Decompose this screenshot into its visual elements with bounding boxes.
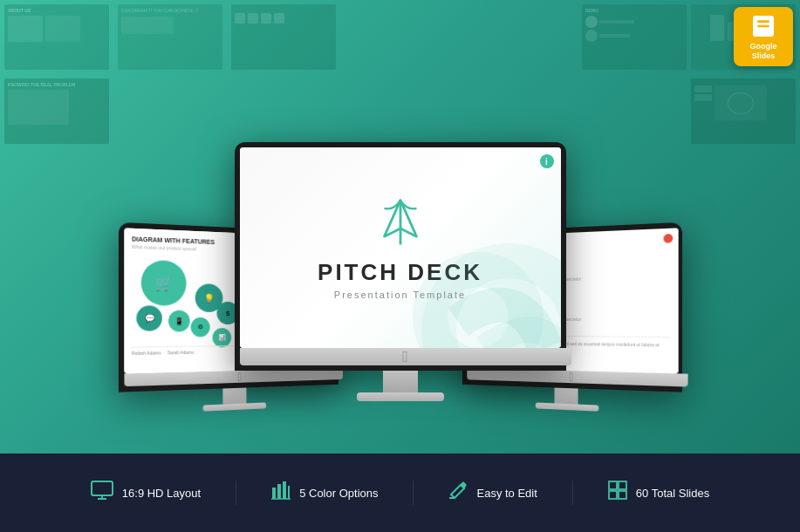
apple-logo-center:  xyxy=(402,349,408,365)
diagram-circle-6: 📊 xyxy=(212,328,231,347)
diagram-circle-2: 📱 xyxy=(168,310,190,332)
slide-logo xyxy=(374,196,427,252)
feature-label-3: Easy to Edit xyxy=(476,487,537,500)
monitor-center: i PITCH DECK Present xyxy=(235,142,566,401)
svg-rect-3 xyxy=(92,481,113,495)
google-slides-badge: Google Slides xyxy=(734,7,793,66)
monitor-center-screen-outer: i PITCH DECK Present xyxy=(235,142,566,371)
svg-rect-13 xyxy=(609,481,617,489)
feature-item-1: 16:9 HD Layout xyxy=(56,481,236,505)
slide-right-dot xyxy=(663,234,673,243)
diagram-circle-4: ⚙ xyxy=(190,317,209,337)
feature-icon-4 xyxy=(608,481,627,505)
svg-rect-16 xyxy=(619,491,626,499)
color-options-icon xyxy=(271,481,291,500)
slide-center-content: i PITCH DECK Present xyxy=(240,147,561,348)
google-slides-label: Google xyxy=(750,42,777,51)
feature-item-2: 5 Color Options xyxy=(236,481,414,505)
monitor-right-stand-base xyxy=(535,402,598,411)
svg-rect-15 xyxy=(609,491,617,499)
bottom-bar: 16:9 HD Layout 5 Color Options Easy xyxy=(0,454,800,532)
diagram-circle-1: 💬 xyxy=(136,305,161,331)
feature-label-1: 16:9 HD Layout xyxy=(122,487,201,500)
monitor-center-chin:  xyxy=(240,348,571,365)
feature-icon-1 xyxy=(91,481,113,505)
apple-logo-right:  xyxy=(569,371,573,383)
main-area: ABOUT US CAN DREAM IT YOU CAN ACHIEVE IT xyxy=(0,0,800,454)
easy-to-edit-icon xyxy=(448,481,468,500)
feature-icon-3 xyxy=(448,481,468,505)
feature-item-4: 60 Total Slides xyxy=(573,481,744,505)
feature-item-3: Easy to Edit xyxy=(414,481,572,505)
monitor-center-stand-base xyxy=(357,392,444,401)
pitch-deck-logo-svg xyxy=(374,196,427,249)
monitor-center-screen-inner: i PITCH DECK Present xyxy=(240,147,561,348)
feature-label-4: 60 Total Slides xyxy=(636,487,709,500)
google-slides-icon xyxy=(749,12,777,40)
total-slides-icon xyxy=(608,481,627,500)
google-slides-label2: Slides xyxy=(752,51,776,61)
svg-rect-8 xyxy=(283,481,286,499)
info-dot: i xyxy=(540,154,554,168)
svg-rect-6 xyxy=(272,488,276,499)
feature-label-2: 5 Color Options xyxy=(299,487,378,500)
monitors-container: DIAGRAM WITH FEATURES What makes our pro… xyxy=(0,0,800,454)
monitor-center-stand-neck xyxy=(383,371,418,392)
feature-icon-2 xyxy=(271,481,291,505)
svg-rect-7 xyxy=(277,484,281,499)
hd-layout-icon xyxy=(91,481,113,500)
svg-rect-14 xyxy=(619,481,626,489)
svg-rect-9 xyxy=(288,486,290,499)
diagram-circle-main: 🛒 xyxy=(140,260,186,306)
monitor-left-stand-base xyxy=(202,402,265,411)
